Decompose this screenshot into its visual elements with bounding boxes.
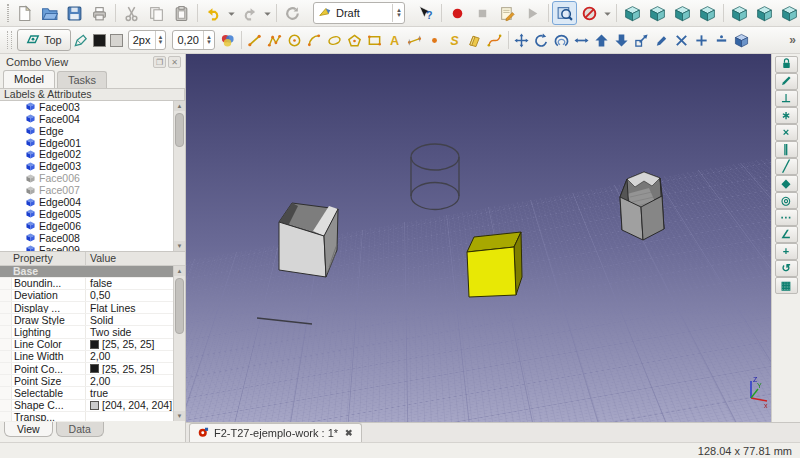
fit-all-button[interactable]: [552, 1, 577, 25]
snap-center-button[interactable]: ◎: [775, 192, 798, 209]
property-value[interactable]: [204, 204, 204]: [86, 400, 173, 411]
whats-this-button[interactable]: ?: [413, 1, 438, 25]
trimex-button[interactable]: [572, 29, 592, 51]
snap-special-button[interactable]: ◆: [775, 175, 798, 192]
property-row[interactable]: Shape C...[204, 204, 204]: [0, 400, 173, 412]
arc-button[interactable]: [305, 29, 325, 51]
tree-item[interactable]: Edge005: [0, 208, 173, 220]
refresh-button[interactable]: [280, 1, 305, 25]
toolbar-grip[interactable]: [7, 31, 12, 49]
property-row[interactable]: Display ...Flat Lines: [0, 302, 173, 314]
undo-dropdown-button[interactable]: [226, 1, 237, 25]
line-width-spinbox[interactable]: 2px ▲▼: [128, 30, 167, 50]
global-scale-spinbox[interactable]: 0,20 ▲▼: [172, 30, 214, 50]
property-row[interactable]: Point Size2,00: [0, 375, 173, 387]
tab-model[interactable]: Model: [3, 70, 55, 88]
workbench-selector-stepper[interactable]: ▲▼: [392, 4, 402, 22]
bezier-tool-button[interactable]: [485, 29, 505, 51]
tree-item[interactable]: Edge002: [0, 149, 173, 161]
snap-angle-button[interactable]: ∗: [775, 107, 798, 124]
view-bottom-button[interactable]: [752, 1, 777, 25]
property-row[interactable]: Draw StyleSolid: [0, 314, 173, 326]
circle-tool-button[interactable]: [285, 29, 305, 51]
redo-dropdown-button[interactable]: [262, 1, 273, 25]
cut-button[interactable]: [119, 1, 144, 25]
add-point-button[interactable]: [692, 29, 712, 51]
del-point-button[interactable]: [712, 29, 732, 51]
line-width-stepper[interactable]: ▲▼: [155, 31, 166, 49]
tree-item[interactable]: Face009: [0, 244, 173, 251]
property-row[interactable]: Point Co...[25, 25, 25]: [0, 363, 173, 375]
subelement-button[interactable]: [672, 29, 692, 51]
line-button[interactable]: [245, 29, 265, 51]
facebinder-tool-button[interactable]: [465, 29, 485, 51]
document-close-icon[interactable]: ✖: [345, 428, 353, 438]
line-segment-object[interactable]: [257, 318, 312, 324]
scroll-down-icon[interactable]: ▼: [174, 241, 185, 251]
property-value[interactable]: Solid: [86, 314, 173, 325]
print-button[interactable]: [87, 1, 112, 25]
macro-stop-button[interactable]: [470, 1, 495, 25]
view-right-button[interactable]: [695, 1, 720, 25]
snap-perpendicular-button[interactable]: ⊥: [775, 90, 798, 107]
new-file-button[interactable]: [12, 1, 37, 25]
draft2sketch-button[interactable]: [732, 29, 752, 51]
property-group-row[interactable]: Base: [0, 266, 173, 278]
scrollbar-thumb[interactable]: [175, 278, 184, 334]
property-value[interactable]: Flat Lines: [86, 302, 173, 313]
line-color-swatch[interactable]: [93, 34, 106, 47]
downgrade-button[interactable]: [612, 29, 632, 51]
workbench-selector[interactable]: Draft ▲▼: [313, 2, 405, 24]
yellow-cube-object[interactable]: [467, 232, 522, 297]
scale-button[interactable]: [632, 29, 652, 51]
tree-item[interactable]: Face003: [0, 101, 173, 113]
snap-extension-button[interactable]: ╱: [775, 158, 798, 175]
panel-float-icon[interactable]: ❐: [153, 56, 166, 68]
property-row[interactable]: Deviation0,50: [0, 290, 173, 302]
ellipse-tool-button[interactable]: [325, 29, 345, 51]
edit-tool-button[interactable]: [652, 29, 672, 51]
property-row[interactable]: Selectabletrue: [0, 387, 173, 399]
upgrade-button[interactable]: [592, 29, 612, 51]
scroll-up-icon[interactable]: ▲: [174, 101, 185, 111]
save-file-button[interactable]: [62, 1, 87, 25]
rectangle-tool-button[interactable]: [365, 29, 385, 51]
property-row[interactable]: Line Color[25, 25, 25]: [0, 339, 173, 351]
point-tool-button[interactable]: [425, 29, 445, 51]
panel-close-icon[interactable]: ✕: [168, 56, 181, 68]
property-row[interactable]: Line Width2,00: [0, 351, 173, 363]
tab-view[interactable]: View: [4, 422, 53, 437]
property-value[interactable]: Two side: [86, 326, 173, 337]
tree-scrollbar[interactable]: ▲ ▼: [173, 101, 185, 251]
offset-button[interactable]: [552, 29, 572, 51]
working-plane-button[interactable]: Top: [17, 29, 71, 51]
tree-item[interactable]: Edge006: [0, 220, 173, 232]
property-row[interactable]: LightingTwo side: [0, 326, 173, 338]
macro-record-button[interactable]: [445, 1, 470, 25]
toolbar-grip[interactable]: [7, 4, 9, 22]
tree-item[interactable]: Edge004: [0, 196, 173, 208]
text-tool-button[interactable]: A: [385, 29, 405, 51]
property-value[interactable]: 2,00: [86, 351, 173, 362]
property-row[interactable]: Transp...: [0, 412, 173, 421]
view-left-button[interactable]: [777, 1, 800, 25]
view-rear-button[interactable]: [727, 1, 752, 25]
autogroup-button[interactable]: [218, 29, 238, 51]
tree-item[interactable]: Edge003: [0, 160, 173, 172]
macro-edit-button[interactable]: [495, 1, 520, 25]
snap-endpoint-button[interactable]: [775, 73, 798, 90]
view-axonometric-button[interactable]: [620, 1, 645, 25]
tab-tasks[interactable]: Tasks: [57, 71, 107, 88]
document-tab[interactable]: F2-T27-ejemplo-work : 1* ✖: [189, 423, 362, 442]
tree-item[interactable]: Face006: [0, 172, 173, 184]
property-value[interactable]: true: [86, 387, 173, 398]
polygon-tool-button[interactable]: [345, 29, 365, 51]
view-front-button[interactable]: [645, 1, 670, 25]
open-box-object[interactable]: [279, 203, 338, 277]
property-value[interactable]: 2,00: [86, 375, 173, 386]
snap-near-button[interactable]: ∠: [775, 226, 798, 243]
toolbar-overflow-button[interactable]: »: [789, 33, 796, 47]
tree-item[interactable]: Face004: [0, 113, 173, 125]
toggle-grid-button[interactable]: ▦: [775, 277, 798, 294]
paste-button[interactable]: [169, 1, 194, 25]
